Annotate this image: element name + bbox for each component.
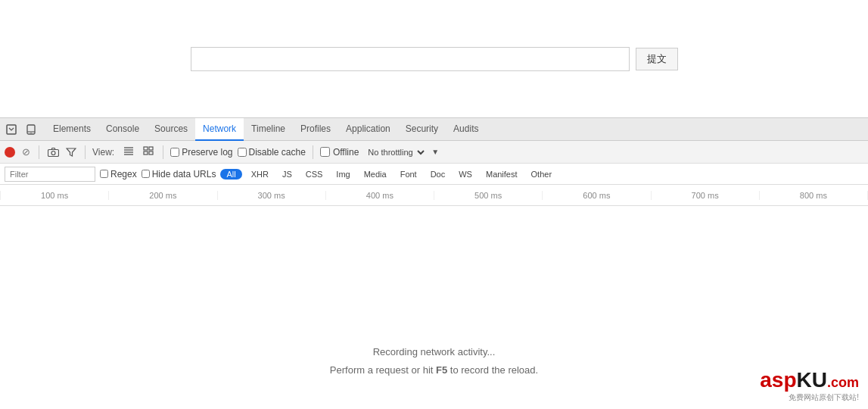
recording-line1: Recording network activity... [330, 343, 538, 361]
disable-cache-checkbox-group[interactable]: Disable cache [238, 147, 306, 158]
recording-f5-key: F5 [436, 364, 447, 376]
regex-label: Regex [110, 169, 137, 180]
watermark-ku-text: KU [797, 368, 827, 392]
search-bar: 提文 [191, 47, 678, 71]
watermark: asp KU .com 免费网站原创下载站! [760, 368, 859, 403]
separator-2 [85, 145, 86, 159]
preserve-log-label: Preserve log [182, 147, 232, 158]
tab-timeline[interactable]: Timeline [244, 118, 293, 141]
devtools-filter-row: Regex Hide data URLs All XHR JS CSS Img … [0, 164, 868, 185]
type-btn-doc[interactable]: Doc [426, 169, 450, 180]
type-btn-xhr[interactable]: XHR [247, 169, 273, 180]
svg-rect-4 [48, 149, 58, 156]
inspect-icon[interactable] [3, 121, 20, 138]
throttle-select[interactable]: No throttling [363, 147, 427, 158]
list-view-icon[interactable] [121, 145, 136, 158]
tab-console[interactable]: Console [98, 118, 147, 141]
type-btn-ws[interactable]: WS [454, 169, 477, 180]
recording-line2: Perform a request or hit F5 to record th… [330, 361, 538, 379]
svg-rect-0 [7, 125, 16, 134]
regex-checkbox-group[interactable]: Regex [100, 169, 137, 180]
watermark-dotcom-text: .com [827, 375, 859, 391]
throttle-dropdown-icon[interactable]: ▼ [431, 148, 439, 156]
ruler-800ms: 800 ms [760, 191, 868, 200]
recording-text: Recording network activity... Perform a … [330, 343, 538, 379]
ruler-300ms: 300 ms [218, 191, 326, 200]
ruler-700ms: 700 ms [652, 191, 760, 200]
devtools-panel: Elements Console Sources Network Timelin… [0, 117, 868, 409]
tab-profiles[interactable]: Profiles [293, 118, 338, 141]
tab-application[interactable]: Application [338, 118, 398, 141]
tab-sources[interactable]: Sources [147, 118, 195, 141]
type-btn-other[interactable]: Other [527, 169, 557, 180]
svg-point-3 [30, 132, 31, 133]
regex-checkbox[interactable] [100, 170, 108, 178]
offline-checkbox-group[interactable]: Offline [320, 147, 359, 158]
recording-line2-prefix: Perform a request or hit [330, 364, 436, 376]
offline-checkbox[interactable] [320, 147, 330, 157]
tab-audits[interactable]: Audits [446, 118, 486, 141]
filter-icon[interactable] [64, 145, 78, 159]
separator-3 [163, 145, 163, 159]
watermark-logo: asp KU .com [760, 368, 859, 392]
svg-point-5 [51, 151, 55, 155]
watermark-sub-text: 免费网站原创下载站! [789, 392, 859, 403]
view-label: View: [92, 147, 117, 158]
ruler-600ms: 600 ms [543, 191, 651, 200]
timeline-ruler: 100 ms 200 ms 300 ms 400 ms 500 ms 600 m… [0, 185, 868, 206]
ruler-200ms: 200 ms [109, 191, 217, 200]
group-view-icon[interactable] [141, 145, 156, 158]
recording-line2-suffix: to record the reload. [447, 364, 538, 376]
hide-data-urls-label: Hide data URLs [152, 169, 216, 180]
disable-cache-checkbox[interactable] [238, 148, 247, 157]
clear-button[interactable]: ⊘ [20, 146, 32, 158]
hide-data-urls-checkbox[interactable] [142, 170, 150, 178]
svg-rect-12 [144, 151, 148, 155]
type-btn-manifest[interactable]: Manifest [481, 169, 522, 180]
type-btn-media[interactable]: Media [359, 169, 391, 180]
svg-rect-13 [149, 151, 153, 155]
device-icon[interactable] [23, 121, 39, 138]
watermark-asp-text: asp [760, 370, 796, 391]
hide-data-urls-checkbox-group[interactable]: Hide data URLs [142, 169, 216, 180]
ruler-100ms: 100 ms [0, 191, 109, 200]
search-button[interactable]: 提文 [636, 48, 678, 70]
devtools-toolbar: ⊘ View: [0, 141, 868, 164]
tab-elements[interactable]: Elements [45, 118, 98, 141]
preserve-log-checkbox[interactable] [170, 148, 179, 157]
camera-icon[interactable] [46, 145, 60, 159]
type-btn-css[interactable]: CSS [301, 169, 328, 180]
ruler-500ms: 500 ms [434, 191, 543, 200]
type-btn-js[interactable]: JS [278, 169, 297, 180]
tab-network[interactable]: Network [195, 118, 244, 141]
timeline-area: 100 ms 200 ms 300 ms 400 ms 500 ms 600 m… [0, 185, 868, 409]
type-btn-font[interactable]: Font [396, 169, 422, 180]
separator-1 [39, 145, 39, 159]
page-area: 提文 [0, 0, 868, 117]
svg-rect-10 [144, 147, 148, 150]
type-btn-all[interactable]: All [220, 169, 241, 180]
timeline-content: Recording network activity... Perform a … [0, 206, 868, 409]
filter-input[interactable] [5, 167, 95, 182]
disable-cache-label: Disable cache [249, 147, 306, 158]
svg-rect-11 [149, 147, 153, 150]
ruler-400ms: 400 ms [326, 191, 434, 200]
record-button[interactable] [5, 147, 15, 158]
type-btn-img[interactable]: Img [331, 169, 354, 180]
tab-security[interactable]: Security [398, 118, 446, 141]
offline-label: Offline [333, 147, 359, 158]
devtools-tabs-row: Elements Console Sources Network Timelin… [0, 118, 868, 141]
preserve-log-checkbox-group[interactable]: Preserve log [170, 147, 232, 158]
devtools-icons [3, 121, 45, 138]
separator-4 [313, 145, 313, 159]
search-input[interactable] [191, 47, 630, 71]
